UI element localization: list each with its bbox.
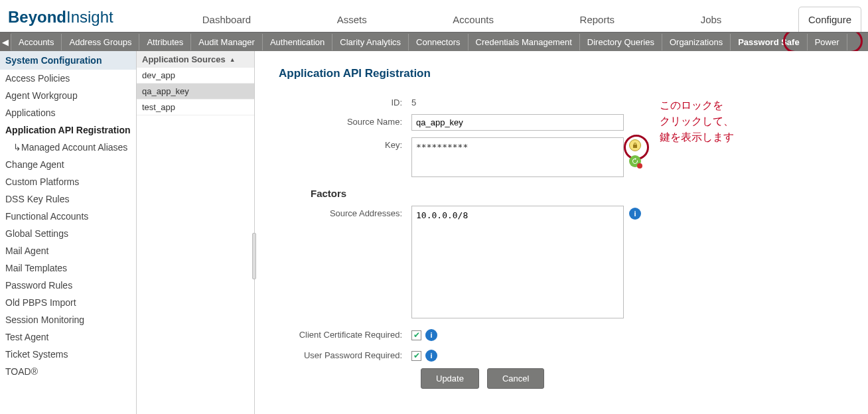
subnav-directory-queries[interactable]: Directory Queries (580, 34, 662, 50)
sidebar-item-mail-agent[interactable]: Mail Agent (0, 242, 136, 259)
client-cert-checkbox[interactable]: ✔ (411, 330, 421, 340)
subnav-credentials-management[interactable]: Credentials Management (469, 34, 580, 50)
subnav-password-safe[interactable]: Password Safe (731, 34, 808, 50)
sidebar-item-test-agent[interactable]: Test Agent (0, 328, 136, 346)
subnav-attributes[interactable]: Attributes (139, 34, 191, 50)
sidebar-item-dss-key-rules[interactable]: DSS Key Rules (0, 190, 136, 208)
subnav-connectors[interactable]: Connectors (409, 34, 468, 50)
application-sources-panel: Application Sources ▲ dev_appqa_app_keyt… (137, 51, 255, 414)
app-source-item[interactable]: dev_app (137, 68, 254, 84)
update-button[interactable]: Update (421, 368, 479, 389)
key-label: Key: (279, 137, 411, 150)
sidebar-item-functional-accounts[interactable]: Functional Accounts (0, 208, 136, 225)
annotation-text: このロックを クリックして、 鍵を表示します (660, 98, 734, 145)
id-value: 5 (411, 95, 624, 107)
refresh-key-icon[interactable] (629, 155, 641, 167)
topnav-dashboard[interactable]: Dashboard (193, 7, 260, 32)
sidebar-item--managed-account-aliases[interactable]: ↳Managed Account Aliases (0, 139, 136, 156)
brand-light: Insight (66, 8, 113, 27)
sidebar-item-applications[interactable]: Applications (0, 104, 136, 121)
source-addresses-label: Source Addresses: (279, 206, 411, 218)
sidebar-item-toad-[interactable]: TOAD® (0, 363, 136, 380)
subnav-audit-manager[interactable]: Audit Manager (191, 34, 263, 50)
source-name-label: Source Name: (279, 114, 411, 127)
info-icon[interactable]: i (629, 208, 641, 220)
source-name-input[interactable] (411, 114, 624, 131)
subnav-power[interactable]: Power (808, 34, 847, 50)
subnav-address-groups[interactable]: Address Groups (62, 34, 139, 50)
client-cert-label: Client Certificate Required: (279, 327, 411, 340)
sidebar-item-password-rules[interactable]: Password Rules (0, 277, 136, 294)
app-source-item[interactable]: qa_app_key (137, 84, 254, 100)
application-sources-title: Application Sources (142, 54, 226, 64)
topnav-jobs[interactable]: Jobs (691, 7, 731, 32)
application-sources-header[interactable]: Application Sources ▲ (137, 51, 254, 68)
sidebar-item-session-monitoring[interactable]: Session Monitoring (0, 311, 136, 328)
sidebar-item-access-policies[interactable]: Access Policies (0, 70, 136, 87)
sidebar-item-custom-platforms[interactable]: Custom Platforms (0, 173, 136, 190)
info-icon[interactable]: i (425, 350, 437, 362)
sidebar-item-change-agent[interactable]: Change Agent (0, 156, 136, 173)
sidebar-item-old-pbps-import[interactable]: Old PBPS Import (0, 294, 136, 311)
source-addresses-input[interactable] (411, 206, 624, 318)
main-content: Application API Registration ID: 5 Sourc… (255, 51, 868, 414)
topnav-reports[interactable]: Reports (571, 7, 624, 32)
brand-logo: BeyondInsight (8, 8, 113, 27)
topnav-configure[interactable]: Configure (798, 7, 861, 32)
lock-icon[interactable] (629, 139, 641, 151)
subnav-organizations[interactable]: Organizations (662, 34, 731, 50)
brand-bold: Beyond (8, 8, 66, 27)
subnav-authentication[interactable]: Authentication (263, 34, 332, 50)
id-label: ID: (279, 95, 411, 107)
scroll-left-icon[interactable]: ◀ (0, 33, 11, 52)
user-password-checkbox[interactable]: ✔ (411, 351, 421, 361)
sidebar-system-config: System Configuration Access PoliciesAgen… (0, 51, 137, 414)
subnav-accounts[interactable]: Accounts (11, 34, 62, 50)
sidebar-item-mail-templates[interactable]: Mail Templates (0, 259, 136, 277)
secondary-nav: ◀ AccountsAddress GroupsAttributesAudit … (0, 32, 868, 51)
key-display: ********** (411, 137, 624, 177)
info-icon[interactable]: i (425, 329, 437, 341)
sidebar-item-ticket-systems[interactable]: Ticket Systems (0, 346, 136, 363)
sidebar-heading: System Configuration (0, 51, 136, 70)
factors-heading: Factors (311, 188, 849, 199)
sort-asc-icon: ▲ (230, 56, 236, 63)
top-nav: DashboardAssetsAccountsReportsJobsConfig… (113, 7, 868, 32)
topnav-assets[interactable]: Assets (328, 7, 376, 32)
cancel-button[interactable]: Cancel (487, 368, 544, 389)
sidebar-item-agent-workgroup[interactable]: Agent Workgroup (0, 87, 136, 104)
subnav-clarity-analytics[interactable]: Clarity Analytics (332, 34, 409, 50)
app-source-item[interactable]: test_app (137, 100, 254, 115)
topnav-accounts[interactable]: Accounts (443, 7, 503, 32)
page-title: Application API Registration (279, 67, 849, 80)
sidebar-item-application-api-registration[interactable]: Application API Registration (0, 121, 136, 139)
sidebar-item-global-settings[interactable]: Global Settings (0, 225, 136, 242)
user-password-label: User Password Required: (279, 348, 411, 360)
